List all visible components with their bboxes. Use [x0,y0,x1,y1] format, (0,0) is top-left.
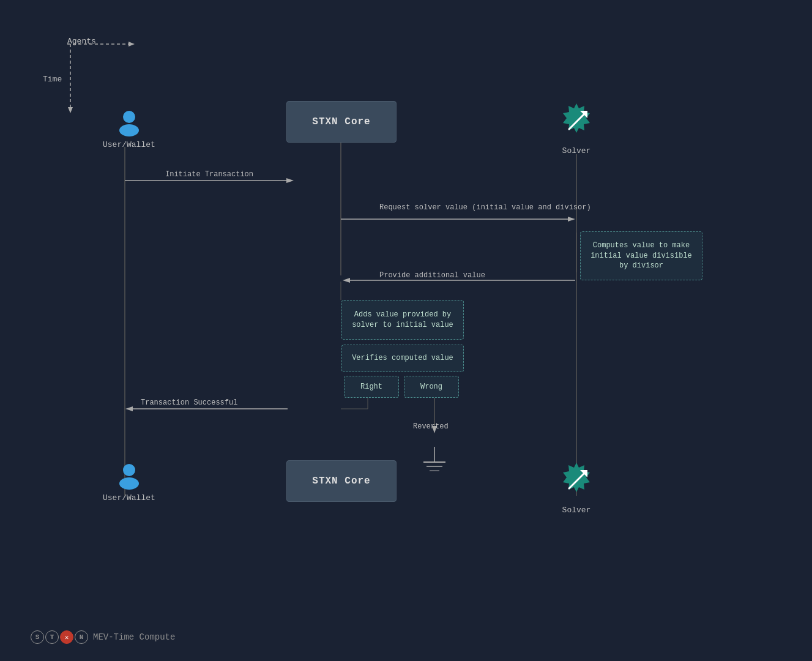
logo-n: N [75,630,88,644]
svg-marker-3 [68,107,73,113]
svg-marker-11 [568,217,575,222]
user-icon-top [114,107,144,136]
transaction-successful-label: Transaction Successful [141,398,237,407]
logo-x: ✕ [60,630,73,644]
user-wallet-top-actor: User/Wallet [103,107,155,149]
solver-bottom-actor: Solver [556,460,597,515]
initiate-transaction-label: Initiate Transaction [165,170,253,179]
time-label: Time [43,75,62,84]
wrong-box: Wrong [404,376,459,398]
svg-point-27 [119,124,139,136]
svg-point-30 [119,477,139,490]
user-wallet-top-label: User/Wallet [103,140,155,149]
footer-text: MEV-Time Compute [93,632,175,642]
solver-badge-bottom [556,460,597,502]
stxn-core-bottom-box: STXN Core [286,460,397,502]
solver-badge-top [556,101,597,143]
provide-additional-label: Provide additional value [379,271,485,280]
right-box: Right [344,376,399,398]
diagram-container: Agents Time User/Wallet STXN Core Solver… [0,0,812,661]
footer-logo: S T ✕ N [31,630,88,644]
user-icon-bottom [114,460,144,490]
svg-point-26 [123,111,135,123]
solver-compute-box: Computes value to make initial value div… [580,231,702,280]
svg-marker-17 [125,406,133,411]
user-wallet-bottom-label: User/Wallet [103,493,155,502]
agents-label: Agents [67,37,96,46]
solver-top-label: Solver [562,146,591,155]
svg-point-29 [123,464,135,476]
svg-marker-9 [286,178,294,183]
logo-s: S [31,630,44,644]
reverted-label: Reverted [413,422,449,431]
verifies-box: Verifies computed value [341,345,464,372]
svg-marker-1 [129,42,135,47]
logo-t: T [45,630,59,644]
user-wallet-bottom-actor: User/Wallet [103,460,155,502]
stxn-core-top-box: STXN Core [286,101,397,143]
svg-marker-14 [343,278,350,283]
adds-value-box: Adds value provided by solver to initial… [341,300,464,340]
request-solver-label: Request solver value (initial value and … [379,202,591,213]
solver-bottom-label: Solver [562,506,591,515]
solver-top-actor: Solver [556,101,597,155]
footer: S T ✕ N MEV-Time Compute [31,630,175,644]
